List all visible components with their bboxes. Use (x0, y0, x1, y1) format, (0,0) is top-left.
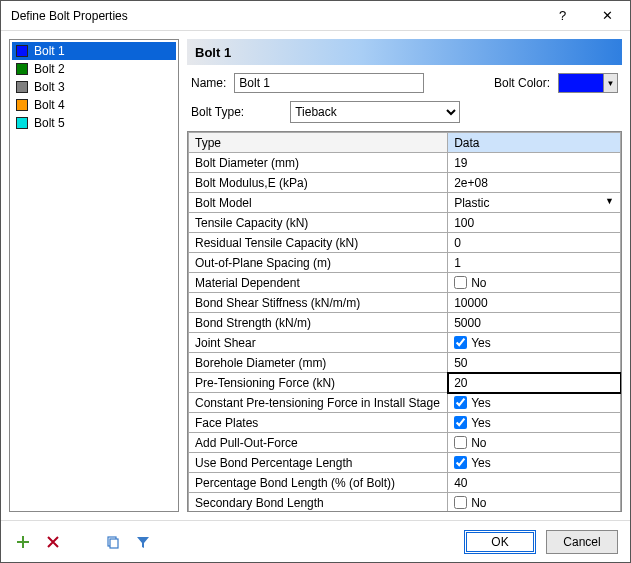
property-value-cell[interactable]: 50 (448, 353, 621, 373)
property-value-cell[interactable]: 1 (448, 253, 621, 273)
add-icon[interactable] (13, 532, 33, 552)
ok-button[interactable]: OK (464, 530, 536, 554)
property-row: Constant Pre-tensioning Force in Install… (189, 393, 621, 413)
name-label: Name: (191, 76, 226, 90)
property-label: Borehole Diameter (mm) (189, 353, 448, 373)
property-check-label: No (471, 496, 486, 510)
property-label: Face Plates (189, 413, 448, 433)
property-checkbox[interactable] (454, 276, 467, 289)
property-value-cell[interactable]: No (448, 273, 621, 293)
property-check-label: Yes (471, 456, 491, 470)
dialog-body: Bolt 1Bolt 2Bolt 3Bolt 4Bolt 5 Bolt 1 Na… (1, 31, 630, 520)
sidebar-item-label: Bolt 5 (34, 116, 65, 130)
property-value-cell[interactable]: Yes (448, 393, 621, 413)
property-label: Constant Pre-tensioning Force in Install… (189, 393, 448, 413)
property-row: Percentage Bond Length (% (of Bolt))40 (189, 473, 621, 493)
property-label: Joint Shear (189, 333, 448, 353)
property-value-cell[interactable]: No (448, 433, 621, 453)
property-value-cell[interactable]: 0 (448, 233, 621, 253)
property-value-cell[interactable]: Yes (448, 333, 621, 353)
property-check-label: No (471, 276, 486, 290)
property-label: Bolt Diameter (mm) (189, 153, 448, 173)
property-label: Out-of-Plane Spacing (m) (189, 253, 448, 273)
property-row: Bond Shear Stiffness (kN/m/m)10000 (189, 293, 621, 313)
property-label: Tensile Capacity (kN) (189, 213, 448, 233)
property-value-cell[interactable]: No (448, 493, 621, 513)
property-value-cell[interactable]: 10000 (448, 293, 621, 313)
cancel-button[interactable]: Cancel (546, 530, 618, 554)
property-check-label: Yes (471, 396, 491, 410)
property-value-cell[interactable]: 2e+08 (448, 173, 621, 193)
property-label: Pre-Tensioning Force (kN) (189, 373, 448, 393)
property-label: Bolt Model (189, 193, 448, 213)
property-checkbox[interactable] (454, 416, 467, 429)
bolt-color-picker[interactable]: ▼ (558, 73, 618, 93)
titlebar: Define Bolt Properties ? ✕ (1, 1, 630, 31)
property-value-cell[interactable]: Yes (448, 413, 621, 433)
property-checkbox[interactable] (454, 456, 467, 469)
property-label: Secondary Bond Length (189, 493, 448, 513)
help-button[interactable]: ? (540, 1, 585, 31)
copy-icon[interactable] (103, 532, 123, 552)
name-input[interactable] (234, 73, 424, 93)
property-row: Bolt Modulus,E (kPa)2e+08 (189, 173, 621, 193)
property-row: Pre-Tensioning Force (kN)20 (189, 373, 621, 393)
sidebar-item[interactable]: Bolt 1 (12, 42, 176, 60)
property-row: Out-of-Plane Spacing (m)1 (189, 253, 621, 273)
sidebar-item[interactable]: Bolt 5 (12, 114, 176, 132)
property-row: Add Pull-Out-ForceNo (189, 433, 621, 453)
property-label: Bond Strength (kN/m) (189, 313, 448, 333)
property-row: Bolt Diameter (mm)19 (189, 153, 621, 173)
properties-grid: Type Data Bolt Diameter (mm)19Bolt Modul… (187, 131, 622, 512)
bolt-type-select[interactable]: Tieback (290, 101, 460, 123)
property-value-cell[interactable]: Yes (448, 453, 621, 473)
footer: OK Cancel (1, 520, 630, 562)
sidebar-item-label: Bolt 4 (34, 98, 65, 112)
property-row: Bolt ModelPlastic▼ (189, 193, 621, 213)
chevron-down-icon: ▼ (603, 74, 617, 92)
delete-icon[interactable] (43, 532, 63, 552)
bolt-list[interactable]: Bolt 1Bolt 2Bolt 3Bolt 4Bolt 5 (9, 39, 179, 512)
property-label: Material Dependent (189, 273, 448, 293)
property-value-cell[interactable]: 100 (448, 213, 621, 233)
property-value-cell[interactable]: 5000 (448, 313, 621, 333)
sidebar-item[interactable]: Bolt 3 (12, 78, 176, 96)
color-swatch-icon (16, 63, 28, 75)
bolt-color-swatch (559, 74, 603, 92)
sidebar-item[interactable]: Bolt 2 (12, 60, 176, 78)
bolt-type-label: Bolt Type: (191, 105, 244, 119)
column-header-data[interactable]: Data (448, 133, 621, 153)
property-value-cell[interactable]: 20 (448, 373, 621, 393)
property-checkbox[interactable] (454, 496, 467, 509)
property-label: Bond Shear Stiffness (kN/m/m) (189, 293, 448, 313)
type-row: Bolt Type: Tieback (187, 101, 622, 131)
property-label: Residual Tensile Capacity (kN) (189, 233, 448, 253)
color-swatch-icon (16, 117, 28, 129)
property-row: Borehole Diameter (mm)50 (189, 353, 621, 373)
property-check-label: Yes (471, 336, 491, 350)
filter-icon[interactable] (133, 532, 153, 552)
property-row: Face PlatesYes (189, 413, 621, 433)
property-value-cell[interactable]: 19 (448, 153, 621, 173)
property-label: Bolt Modulus,E (kPa) (189, 173, 448, 193)
property-checkbox[interactable] (454, 436, 467, 449)
property-checkbox[interactable] (454, 336, 467, 349)
window-title: Define Bolt Properties (11, 9, 540, 23)
bolt-color-label: Bolt Color: (494, 76, 550, 90)
property-row: Use Bond Percentage LengthYes (189, 453, 621, 473)
main-panel: Bolt 1 Name: Bolt Color: ▼ Bolt Type: Ti… (187, 39, 622, 512)
column-header-type[interactable]: Type (189, 133, 448, 153)
sidebar-item-label: Bolt 2 (34, 62, 65, 76)
property-label: Add Pull-Out-Force (189, 433, 448, 453)
property-checkbox[interactable] (454, 396, 467, 409)
property-row: Material DependentNo (189, 273, 621, 293)
color-swatch-icon (16, 45, 28, 57)
sidebar-item[interactable]: Bolt 4 (12, 96, 176, 114)
property-value-cell[interactable]: 40 (448, 473, 621, 493)
property-row: Secondary Bond LengthNo (189, 493, 621, 513)
property-row: Tensile Capacity (kN)100 (189, 213, 621, 233)
property-dropdown-value: Plastic (454, 196, 489, 210)
property-value-cell[interactable]: Plastic▼ (448, 193, 621, 213)
property-check-label: No (471, 436, 486, 450)
close-button[interactable]: ✕ (585, 1, 630, 31)
